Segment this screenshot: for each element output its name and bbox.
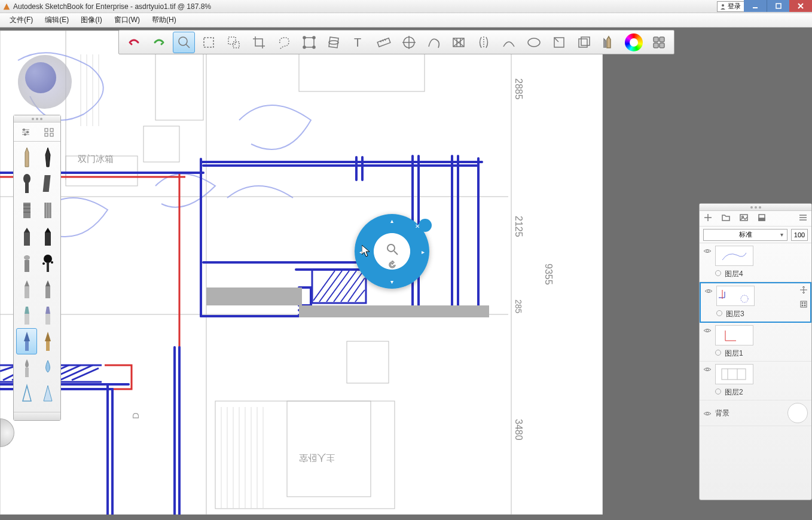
brush-pen[interactable] — [37, 144, 58, 170]
main-toolbar: T — [118, 30, 674, 54]
layer-options-icon[interactable] — [799, 300, 808, 311]
panel-resize-grip[interactable] — [14, 412, 60, 420]
redo-button[interactable] — [148, 32, 170, 53]
layer-opacity-input[interactable]: 100 — [791, 229, 808, 241]
brush-splatter[interactable] — [37, 249, 58, 276]
brush-chisel2[interactable] — [37, 276, 58, 302]
lock-toggle[interactable] — [715, 389, 721, 394]
text-tool[interactable]: T — [347, 32, 370, 53]
svg-rect-96 — [25, 182, 29, 193]
flipbook-tool[interactable] — [573, 32, 596, 53]
selection-add-tool[interactable] — [222, 32, 245, 53]
brush-chalk[interactable] — [37, 170, 58, 197]
blend-mode-select[interactable]: 标准 — [703, 229, 787, 241]
visibility-toggle[interactable] — [703, 325, 715, 359]
brush-puck[interactable] — [18, 55, 72, 109]
visibility-toggle[interactable] — [703, 364, 715, 397]
brush-cone1[interactable] — [16, 381, 37, 407]
chevron-right-icon[interactable]: ▸ — [422, 248, 425, 255]
add-folder-button[interactable] — [721, 213, 731, 225]
brush-marker1[interactable] — [16, 223, 37, 249]
svg-point-109 — [24, 255, 30, 260]
menu-file[interactable]: 文件(F) — [4, 15, 39, 25]
steady-stroke-tool[interactable] — [497, 32, 520, 53]
menu-window[interactable]: 窗口(W) — [108, 15, 146, 25]
brush-soft[interactable] — [16, 170, 37, 197]
shape-tool[interactable] — [523, 32, 545, 53]
lock-toggle[interactable] — [715, 350, 721, 356]
predictive-stroke-tool[interactable] — [548, 32, 570, 53]
canvas[interactable]: 2885 2125 9355 285 3480 双门冰箱 主人卧室 D — [0, 30, 603, 515]
brush-settings-tab[interactable] — [14, 123, 37, 141]
menu-edit[interactable]: 编辑(E) — [39, 15, 75, 25]
layer-row-selected[interactable]: 图层3 — [700, 282, 811, 323]
brush-drop1[interactable] — [16, 354, 37, 381]
brush-texture2[interactable] — [37, 197, 58, 223]
layer-row[interactable]: 图层2 — [700, 362, 811, 400]
brush-cone2[interactable] — [37, 381, 58, 407]
lasso-fill-tool[interactable] — [273, 32, 295, 53]
chevron-down-icon[interactable]: ▾ — [390, 279, 393, 285]
brush-ink2[interactable] — [37, 302, 58, 328]
panel-grip[interactable] — [700, 204, 811, 211]
visibility-toggle[interactable] — [703, 408, 715, 418]
cursor-icon — [362, 245, 373, 258]
layers-panel: 标准 100 图层4 图层3 图层1 — [699, 203, 812, 500]
perspective-tool[interactable] — [448, 32, 471, 53]
brush-chisel1[interactable] — [16, 276, 37, 302]
lock-toggle[interactable] — [716, 310, 722, 316]
background-toggle-button[interactable] — [757, 213, 767, 225]
visibility-toggle[interactable] — [704, 286, 716, 319]
layer-row[interactable]: 图层4 — [700, 243, 811, 282]
menu-help[interactable]: 帮助(H) — [146, 15, 182, 25]
menu-image[interactable]: 图像(I) — [75, 15, 108, 25]
brush-airbrush[interactable] — [16, 249, 37, 276]
add-layer-button[interactable] — [703, 213, 713, 225]
svg-point-55 — [179, 37, 187, 45]
undo-button[interactable] — [123, 32, 145, 53]
crop-tool[interactable] — [248, 32, 270, 53]
brush-library-button[interactable] — [597, 32, 620, 53]
symmetry-tool[interactable] — [472, 32, 495, 53]
background-layer-row[interactable]: 背景 — [700, 400, 811, 426]
ruler-tool[interactable] — [373, 32, 395, 53]
minimize-button[interactable] — [744, 0, 767, 12]
layer-row[interactable]: 图层1 — [700, 323, 811, 362]
svg-rect-114 — [25, 286, 29, 298]
brush-nib-active[interactable] — [16, 328, 37, 354]
layer-move-icon[interactable] — [799, 286, 808, 296]
close-button[interactable] — [789, 0, 812, 12]
brush-library-tab[interactable] — [37, 123, 60, 141]
distort-tool[interactable] — [323, 32, 346, 53]
lock-toggle[interactable] — [715, 270, 721, 276]
transform-tool[interactable] — [298, 32, 320, 53]
rotate-icon[interactable] — [388, 261, 396, 271]
brush-nib2[interactable] — [37, 328, 58, 354]
brush-drop2[interactable] — [37, 354, 58, 381]
ellipse-guide-tool[interactable] — [398, 32, 420, 53]
background-color-swatch[interactable] — [787, 403, 808, 423]
lagoon-button[interactable] — [648, 32, 670, 53]
zoom-tool[interactable] — [173, 32, 196, 53]
chevron-up-icon[interactable]: ▴ — [390, 218, 393, 224]
color-wheel-button[interactable] — [622, 32, 645, 53]
svg-rect-59 — [233, 42, 239, 48]
maximize-button[interactable] — [767, 0, 789, 12]
brush-texture1[interactable] — [16, 197, 37, 223]
svg-rect-83 — [581, 37, 590, 45]
add-image-button[interactable] — [739, 213, 749, 225]
svg-point-61 — [303, 36, 306, 39]
svg-point-95 — [23, 174, 30, 183]
svg-rect-108 — [25, 260, 29, 272]
panel-grip[interactable] — [14, 115, 60, 123]
brush-marker2[interactable] — [37, 223, 58, 249]
svg-rect-113 — [47, 262, 49, 272]
visibility-toggle[interactable] — [703, 246, 715, 279]
close-icon[interactable]: ✕ — [415, 223, 420, 230]
brush-pencil[interactable] — [16, 144, 37, 170]
french-curve-tool[interactable] — [423, 32, 445, 53]
svg-line-122 — [394, 250, 398, 254]
brush-ink1[interactable] — [16, 302, 37, 328]
layers-menu-button[interactable] — [798, 213, 808, 225]
marquee-tool[interactable] — [197, 32, 220, 53]
